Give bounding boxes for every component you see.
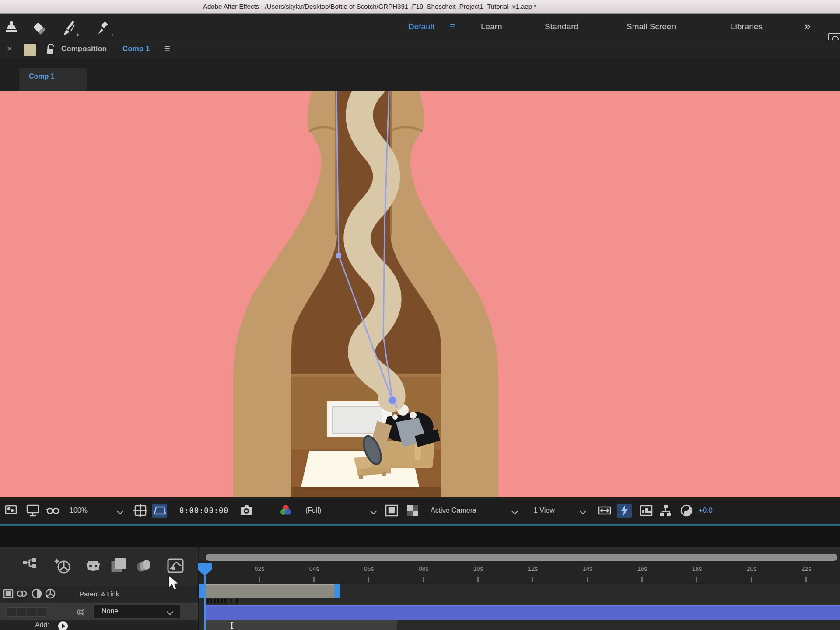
- playhead-stem: [204, 575, 206, 630]
- parent-dropdown[interactable]: None: [94, 605, 180, 618]
- panel-lock-icon[interactable]: [45, 44, 56, 55]
- quality-icon[interactable]: [3, 588, 14, 599]
- layer-switch-box[interactable]: [17, 607, 26, 617]
- pixel-aspect-correction-icon[interactable]: [597, 504, 612, 518]
- app-toolbar: Default ≡ Learn Standard Small Screen Li…: [0, 14, 840, 40]
- layer-switch-box[interactable]: [7, 607, 16, 617]
- keyframe-dash: [236, 599, 238, 603]
- eraser-tool-icon[interactable]: [31, 20, 48, 37]
- exposure-value[interactable]: +0.0: [699, 497, 713, 524]
- ruler-label: 22s: [793, 565, 819, 572]
- tab-comp-1[interactable]: Comp 1: [19, 68, 87, 91]
- ruler-tick: [751, 577, 752, 582]
- show-channel-icon[interactable]: [278, 504, 293, 518]
- timeline-panel-icon[interactable]: [639, 504, 654, 518]
- workspace-tab-default[interactable]: Default: [408, 14, 434, 40]
- workspace-tab-standard[interactable]: Standard: [545, 14, 578, 40]
- region-of-interest-icon[interactable]: [384, 504, 399, 518]
- panel-close-icon[interactable]: ×: [7, 40, 12, 58]
- ruler-tick: [477, 577, 479, 582]
- 3d-view-dropdown-chevron-icon[interactable]: [511, 508, 518, 515]
- workspace-tab-libraries[interactable]: Libraries: [731, 14, 763, 40]
- workspace-tab-learn[interactable]: Learn: [481, 14, 502, 40]
- workspace-tab-small-screen[interactable]: Small Screen: [626, 14, 676, 40]
- view-layout-value[interactable]: 1 View: [534, 497, 555, 524]
- motion-blur-column-icon[interactable]: [31, 588, 42, 599]
- zoom-dropdown-chevron-icon[interactable]: [117, 508, 124, 515]
- layer-name-cursor: I: [230, 620, 397, 630]
- keyframe-dash: [217, 599, 219, 603]
- parent-link-header: Parent & Link: [80, 586, 119, 602]
- keyframe-dash: [214, 599, 216, 603]
- add-property-button[interactable]: [58, 621, 68, 630]
- snapshot-camera-icon[interactable]: [239, 504, 254, 518]
- titlebar: Adobe After Effects - /Users/skylar/Desk…: [0, 0, 840, 14]
- brush-tool-icon[interactable]: [61, 20, 79, 37]
- panel-title: Composition: [61, 40, 107, 58]
- shy-layers-icon[interactable]: [84, 556, 102, 575]
- mask-vertex-round[interactable]: [388, 396, 396, 404]
- keyframe-dash: [210, 599, 212, 603]
- draft-3d-icon[interactable]: [53, 556, 72, 575]
- ruler-tick: [423, 577, 424, 582]
- mouse-cursor: [168, 575, 181, 592]
- ruler-tick: [368, 577, 369, 582]
- stereo-3d-view-icon[interactable]: [46, 504, 60, 518]
- puppet-pin-tool-icon[interactable]: [95, 20, 113, 37]
- view-layout-dropdown-chevron-icon[interactable]: [580, 508, 587, 515]
- ruler-label: 04s: [301, 565, 327, 572]
- resolution-dropdown-chevron-icon[interactable]: [370, 508, 377, 515]
- fast-previews-icon[interactable]: [617, 504, 632, 518]
- mask-vertex-square[interactable]: [336, 253, 341, 258]
- fx-icon[interactable]: [16, 588, 28, 599]
- composition-viewport[interactable]: [0, 91, 840, 497]
- mini-flowchart-icon[interactable]: [21, 556, 39, 575]
- graph-editor-icon[interactable]: [166, 556, 185, 575]
- panel-color-swatch: [24, 44, 36, 56]
- keyframe-dash: [224, 599, 226, 603]
- ruler-tick: [313, 577, 315, 582]
- ruler-tick: [641, 577, 643, 582]
- viewer-tab-row: Comp 1: [0, 58, 840, 91]
- workspace-overflow-icon[interactable]: »: [804, 14, 809, 40]
- workspace-menu-icon[interactable]: ≡: [450, 14, 455, 40]
- always-preview-icon[interactable]: [4, 504, 19, 518]
- timeline-navigator-bar[interactable]: [206, 554, 837, 561]
- ruler-tick: [805, 577, 807, 582]
- mask-visibility-icon[interactable]: [152, 504, 167, 518]
- parent-pickwhip-icon[interactable]: @: [77, 603, 85, 620]
- layer-switch-box[interactable]: [27, 607, 36, 617]
- work-area-bar[interactable]: [199, 584, 340, 598]
- primary-viewer-icon[interactable]: [25, 504, 40, 518]
- keyframe-dash: [231, 599, 232, 603]
- work-area-end-handle[interactable]: [334, 584, 340, 598]
- 3d-layer-icon[interactable]: [45, 588, 56, 599]
- ruler-label: 18s: [684, 565, 710, 572]
- zoom-level-value[interactable]: 100%: [70, 497, 88, 524]
- ruler-tick: [696, 577, 697, 582]
- shape-add-row: Add:: [0, 620, 198, 630]
- viewer-toolbar: 100% 0:00:00:00 (Full) Active Camera 1 V…: [0, 497, 840, 524]
- frame-blending-icon[interactable]: [109, 556, 128, 575]
- layer-duration-bar[interactable]: [206, 605, 840, 620]
- clone-stamp-tool-icon[interactable]: [4, 20, 21, 37]
- motion-blur-icon[interactable]: [135, 556, 153, 575]
- resolution-value[interactable]: (Full): [305, 497, 321, 524]
- transparency-grid-icon[interactable]: [405, 504, 420, 518]
- layer-switch-box[interactable]: [37, 607, 46, 617]
- layer-name-field[interactable]: I: [206, 620, 397, 630]
- panel-menu-icon[interactable]: ≡: [164, 40, 170, 58]
- ruler-label: 14s: [574, 565, 601, 572]
- composition-panel-header: × Composition Comp 1 ≡: [0, 40, 840, 58]
- panel-comp-name: Comp 1: [122, 40, 150, 58]
- ruler-label: 10s: [465, 565, 491, 572]
- timeline-ruler-bg[interactable]: [199, 561, 840, 584]
- comp-flowchart-icon[interactable]: [658, 504, 673, 518]
- grid-guides-icon[interactable]: [133, 504, 148, 518]
- ruler-label: 12s: [520, 565, 546, 572]
- 3d-view-value[interactable]: Active Camera: [430, 497, 476, 524]
- current-timecode[interactable]: 0:00:00:00: [179, 497, 228, 524]
- ruler-label: 06s: [356, 565, 382, 572]
- ruler-tick: [532, 577, 533, 582]
- reset-exposure-icon[interactable]: [679, 504, 694, 518]
